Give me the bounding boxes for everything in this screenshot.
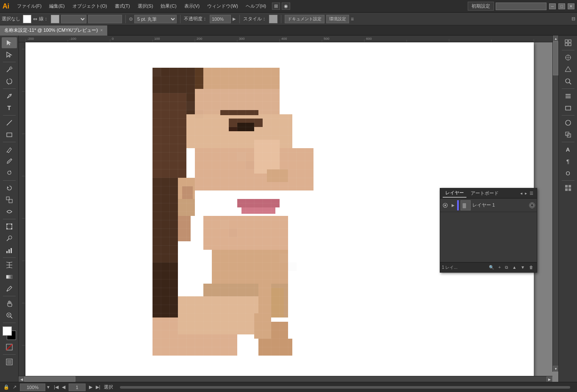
panel-grid-icon[interactable] bbox=[560, 37, 576, 48]
layers-panel-expand-icon[interactable]: ▸ bbox=[524, 190, 528, 196]
layers-panel-collapse-icon[interactable]: ◂ bbox=[519, 190, 523, 196]
eyedropper-tool[interactable] bbox=[2, 283, 17, 294]
doc-settings-button[interactable]: ドキュメント設定 bbox=[285, 15, 325, 23]
layer-item[interactable]: ▶ レイヤー 1 bbox=[440, 199, 537, 212]
graph-tool[interactable] bbox=[2, 245, 17, 256]
layer-visibility-toggle[interactable] bbox=[442, 202, 449, 209]
scroll-down-button[interactable]: ▼ bbox=[553, 366, 558, 372]
scroll-right-button[interactable]: ▶ bbox=[546, 376, 552, 382]
scroll-horizontal-track[interactable] bbox=[25, 376, 546, 382]
scroll-vertical-track[interactable] bbox=[553, 41, 558, 366]
stroke-color-box[interactable] bbox=[51, 15, 59, 23]
rotate-tool[interactable] bbox=[2, 182, 17, 193]
arrange-mode-icon[interactable]: ⊞ bbox=[272, 3, 280, 10]
text-tool[interactable]: T bbox=[2, 102, 17, 113]
panel-open-type-icon[interactable]: O bbox=[560, 168, 576, 179]
search-input[interactable] bbox=[496, 3, 546, 10]
symbol-spray-tool[interactable] bbox=[2, 233, 17, 244]
lasso-tool[interactable] bbox=[2, 76, 17, 87]
nav-prev-icon[interactable]: ◀ bbox=[62, 384, 65, 390]
menu-file[interactable]: ファイル(F) bbox=[14, 2, 45, 10]
pencil-tool[interactable] bbox=[2, 144, 17, 155]
warp-tool[interactable] bbox=[2, 206, 17, 217]
panel-expand-all-icon[interactable] bbox=[560, 182, 576, 193]
scroll-left-button[interactable]: ◀ bbox=[19, 376, 25, 382]
color-boxes[interactable] bbox=[2, 326, 17, 341]
page-input[interactable] bbox=[69, 384, 86, 391]
canvas-horizontal-scrollbar[interactable]: ◀ ▶ bbox=[19, 376, 552, 382]
blob-brush-tool[interactable] bbox=[2, 168, 17, 179]
hand-tool[interactable] bbox=[2, 298, 17, 309]
layer-expand-icon[interactable]: ▶ bbox=[450, 203, 455, 208]
zoom-input[interactable] bbox=[20, 384, 45, 391]
nav-first-icon[interactable]: |◀ bbox=[54, 384, 58, 390]
panel-paragraph-icon[interactable]: ¶ bbox=[560, 156, 576, 167]
screen-mode-icon[interactable] bbox=[2, 356, 17, 367]
panel-align-icon[interactable] bbox=[560, 91, 576, 102]
free-transform-tool[interactable] bbox=[2, 221, 17, 232]
opacity-input[interactable] bbox=[210, 15, 231, 23]
layer-lock-icon[interactable] bbox=[529, 202, 535, 208]
scale-tool[interactable] bbox=[2, 194, 17, 205]
stroke-select[interactable] bbox=[61, 15, 86, 23]
panel-zoom-icon[interactable] bbox=[560, 76, 576, 87]
menu-help[interactable]: ヘルプ(H) bbox=[242, 2, 269, 10]
menu-object[interactable]: オブジェクト(O) bbox=[69, 2, 111, 10]
canvas-vertical-scrollbar[interactable]: ▲ ▼ bbox=[552, 36, 558, 372]
panel-shape-icon[interactable] bbox=[560, 64, 576, 75]
line-tool[interactable] bbox=[2, 117, 17, 128]
layers-panel-menu-icon[interactable]: ☰ bbox=[529, 190, 534, 196]
zoom-tool[interactable] bbox=[2, 310, 17, 321]
select-tool[interactable] bbox=[2, 37, 17, 48]
pen-tool[interactable] bbox=[2, 91, 17, 102]
tab-close-button[interactable]: × bbox=[100, 28, 103, 33]
env-settings-button[interactable]: 環境設定 bbox=[326, 15, 349, 23]
brush-tool[interactable] bbox=[2, 156, 17, 167]
menu-effect[interactable]: 効果(C) bbox=[157, 2, 180, 10]
stroke-value-input[interactable] bbox=[88, 15, 122, 23]
brush-size-select[interactable]: 5 pt. 丸筆 bbox=[134, 15, 177, 23]
nav-next-icon[interactable]: ▶ bbox=[89, 384, 92, 390]
none-fill-icon[interactable] bbox=[2, 342, 17, 353]
menu-type[interactable]: 書式(T) bbox=[111, 2, 133, 10]
fill-color-box[interactable] bbox=[23, 15, 31, 23]
layers-duplicate-icon[interactable]: ⧉ bbox=[503, 264, 510, 271]
panel-toggle-icon[interactable]: ⊟ bbox=[571, 16, 575, 22]
panel-rect-icon[interactable] bbox=[560, 102, 576, 113]
menu-view[interactable]: 表示(V) bbox=[181, 2, 203, 10]
document-tab[interactable]: 名称未設定-11* @ 100% (CMYK/プレビュー) × bbox=[0, 25, 108, 36]
opacity-arrow-icon[interactable]: ▶ bbox=[233, 17, 236, 21]
scroll-vertical-thumb[interactable] bbox=[553, 41, 558, 75]
artboard-tab[interactable]: アートボード bbox=[468, 189, 501, 197]
fill-color[interactable] bbox=[3, 326, 12, 336]
close-button[interactable]: ✕ bbox=[568, 3, 574, 9]
panel-circle-icon[interactable] bbox=[560, 117, 576, 128]
maximize-button[interactable]: □ bbox=[558, 3, 565, 9]
direct-select-tool[interactable] bbox=[2, 49, 17, 60]
panel-transform-icon[interactable] bbox=[560, 129, 576, 140]
layers-move-up-icon[interactable]: ▲ bbox=[510, 264, 518, 271]
menu-select[interactable]: 選択(S) bbox=[134, 2, 157, 10]
style-color-box[interactable] bbox=[269, 15, 277, 23]
layers-search-icon[interactable]: 🔍 bbox=[487, 264, 496, 271]
preset-button[interactable]: 初期設定 bbox=[468, 2, 494, 11]
panel-color-icon[interactable] bbox=[560, 52, 576, 63]
status-info-icon[interactable]: ↗ bbox=[13, 384, 17, 390]
scroll-horizontal-thumb[interactable] bbox=[25, 376, 75, 382]
zoom-dropdown-icon[interactable]: ▼ bbox=[46, 385, 50, 389]
panel-text-icon[interactable]: A bbox=[560, 144, 576, 155]
nav-last-icon[interactable]: ▶| bbox=[96, 384, 100, 390]
more-options-icon[interactable]: ≡ bbox=[351, 16, 354, 22]
scroll-up-button[interactable]: ▲ bbox=[553, 36, 558, 41]
minimize-button[interactable]: ─ bbox=[549, 3, 556, 9]
menu-window[interactable]: ウィンドウ(W) bbox=[204, 2, 241, 10]
status-lock-icon[interactable]: 🔒 bbox=[3, 384, 9, 390]
menu-edit[interactable]: 編集(E) bbox=[46, 2, 68, 10]
gradient-tool[interactable] bbox=[2, 271, 17, 282]
layers-move-down-icon[interactable]: ▼ bbox=[519, 264, 527, 271]
rect-tool[interactable] bbox=[2, 129, 17, 140]
layers-tab[interactable]: レイヤー bbox=[443, 189, 466, 198]
magic-wand-tool[interactable] bbox=[2, 64, 17, 75]
mesh-tool[interactable] bbox=[2, 259, 17, 271]
color-panel-icon[interactable]: ◉ bbox=[282, 3, 290, 10]
